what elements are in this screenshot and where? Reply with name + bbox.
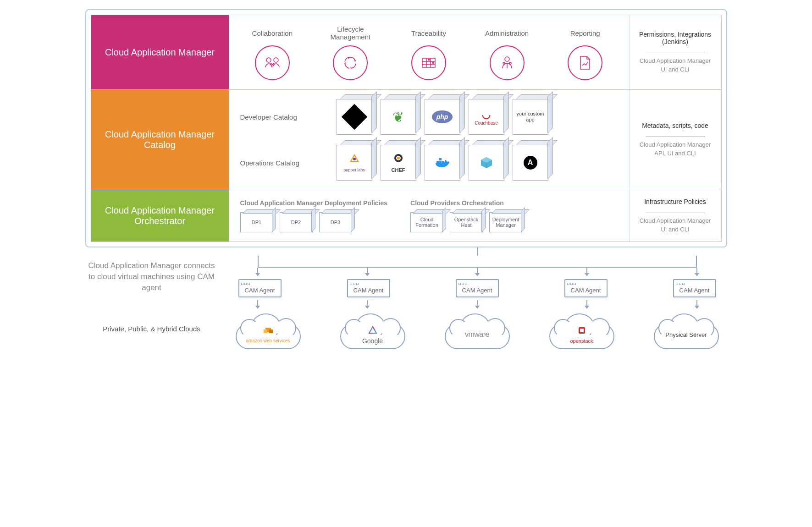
ansible-icon xyxy=(524,156,537,170)
sidebar-title: Infrastructure Policies xyxy=(636,198,714,205)
custom-app-label: your custom app xyxy=(513,109,548,125)
row-orchestrator-content: Cloud Application Manager Deployment Pol… xyxy=(229,190,630,242)
cloud-aws: amazon web services xyxy=(232,312,304,349)
arrow-down-icon xyxy=(255,306,260,309)
provider-box-cloudformation: Cloud Formation xyxy=(410,212,443,232)
svg-marker-28 xyxy=(369,327,376,333)
catalog-box-chef: CHEF xyxy=(381,145,416,181)
operations-catalog-label: Operations Catalog xyxy=(240,159,327,167)
feature-label: Traceability xyxy=(399,24,458,42)
arrow-down-icon xyxy=(585,273,589,276)
cloud-openstack: openstack xyxy=(546,312,618,349)
catalog-box-mongodb: ❦ xyxy=(381,99,416,135)
developer-catalog-row: Developer Catalog ❦ php Couchbase your c… xyxy=(240,99,618,135)
svg-point-19 xyxy=(397,157,400,159)
policy-box-dp1: DP1 xyxy=(240,212,273,232)
agent-to-cloud-arrows xyxy=(255,300,700,309)
connector-up-line xyxy=(477,247,478,256)
policy-box-dp2: DP2 xyxy=(280,212,313,232)
bottom-right: CAM Agent CAM Agent CAM Agent CAM Agent … xyxy=(227,256,727,349)
package-icon xyxy=(479,155,494,170)
arrow-down-icon xyxy=(365,273,370,276)
cam-agent-box: CAM Agent xyxy=(238,279,282,297)
svg-rect-26 xyxy=(269,329,273,333)
catalog-box-docker xyxy=(425,145,460,181)
svg-point-1 xyxy=(274,58,278,62)
developer-catalog-label: Developer Catalog xyxy=(240,113,327,121)
bottom-left: Cloud Application Manager connects to cl… xyxy=(85,256,227,349)
google-icon xyxy=(366,325,379,336)
sidebar-divider xyxy=(646,137,705,137)
cam-agent-box: CAM Agent xyxy=(564,279,608,297)
puppet-icon xyxy=(348,153,361,168)
openstack-icon xyxy=(575,326,588,337)
feature-lifecycle: Lifecycle Management xyxy=(320,24,380,80)
sidebar-divider xyxy=(646,53,705,53)
diagram-root: Cloud Application Manager Collaboration … xyxy=(85,9,727,349)
arrow-down-icon xyxy=(585,306,589,309)
provider-box-heat: Openstack Heat xyxy=(450,212,483,232)
row-catalog-label: Cloud Application Manager Catalog xyxy=(91,90,229,190)
collaboration-icon xyxy=(255,45,290,80)
catalog-box-couchbase: Couchbase xyxy=(469,99,504,135)
couchbase-icon: Couchbase xyxy=(475,109,498,126)
feature-label: Lifecycle Management xyxy=(320,24,380,42)
catalog-box-ansible xyxy=(513,145,548,181)
catalog-box-git xyxy=(337,99,372,135)
cloud-physical-server: Physical Server xyxy=(650,312,723,349)
catalog-box-php: php xyxy=(425,99,460,135)
row-orchestrator-sidebar: Infrastructure Policies Cloud Applicatio… xyxy=(630,190,721,242)
row-cam: Cloud Application Manager Collaboration … xyxy=(91,15,722,90)
sidebar-divider xyxy=(646,213,705,213)
operations-catalog-row: Operations Catalog puppet labs CHEF xyxy=(240,145,618,181)
sidebar-title: Metadata, scripts, code xyxy=(636,122,714,129)
bottom-section: Cloud Application Manager connects to cl… xyxy=(85,256,727,349)
docker-icon xyxy=(434,155,451,170)
providers-orchestration-title: Cloud Providers Orchestration xyxy=(410,199,522,207)
traceability-icon: ×× xyxy=(411,45,446,80)
administration-icon xyxy=(490,45,525,80)
arrow-down-icon xyxy=(695,306,699,309)
chef-icon xyxy=(392,153,405,167)
arrow-down-icon xyxy=(255,273,260,276)
catalog-box-package xyxy=(469,145,504,181)
svg-point-3 xyxy=(273,63,274,64)
agents-row: CAM Agent CAM Agent CAM Agent CAM Agent … xyxy=(238,279,716,297)
row-cam-sidebar: Permissions, Integrations (Jenkins) Clou… xyxy=(630,15,721,89)
deployment-policies-title: Cloud Application Manager Deployment Pol… xyxy=(240,199,388,207)
svg-marker-27 xyxy=(369,327,376,333)
svg-text:×: × xyxy=(428,58,430,61)
row-orchestrator: Cloud Application Manager Orchestrator C… xyxy=(91,190,722,242)
git-icon xyxy=(341,104,367,130)
row-orchestrator-label: Cloud Application Manager Orchestrator xyxy=(91,190,229,242)
sidebar-sub: Cloud Application Manager UI and CLI xyxy=(636,217,714,233)
cam-features: Collaboration Lifecycle Management Trace… xyxy=(240,24,618,80)
sidebar-title: Permissions, Integrations (Jenkins) xyxy=(636,31,714,45)
bottom-left-text: Cloud Application Manager connects to cl… xyxy=(85,260,218,293)
feature-collaboration: Collaboration xyxy=(243,24,302,80)
deployment-policies-group: Cloud Application Manager Deployment Pol… xyxy=(240,199,388,232)
lifecycle-icon xyxy=(333,45,368,80)
svg-rect-20 xyxy=(436,161,439,163)
arrow-down-icon xyxy=(695,273,699,276)
bottom-left-sub: Private, Public, & Hybrid Clouds xyxy=(85,325,218,333)
svg-point-4 xyxy=(271,63,271,64)
vmware-label: vmware xyxy=(465,330,489,339)
svg-point-16 xyxy=(353,158,356,160)
row-catalog-sidebar: Metadata, scripts, code Cloud Applicatio… xyxy=(630,90,721,190)
feature-label: Administration xyxy=(477,24,537,42)
aws-icon xyxy=(262,326,275,337)
sidebar-sub: Cloud Application Manager API, UI and CL… xyxy=(636,141,714,157)
cloud-vmware: vmware xyxy=(441,312,514,349)
connector-bar xyxy=(258,256,697,268)
feature-label: Collaboration xyxy=(243,24,302,42)
row-catalog: Cloud Application Manager Catalog Develo… xyxy=(91,90,722,190)
svg-point-15 xyxy=(509,62,511,64)
row-catalog-content: Developer Catalog ❦ php Couchbase your c… xyxy=(229,90,630,190)
svg-point-14 xyxy=(503,62,505,64)
physical-server-label: Physical Server xyxy=(665,331,707,338)
clouds-row: amazon web services Google vmware openst… xyxy=(232,312,723,349)
connector-down-ticks xyxy=(255,268,700,276)
cloud-google: Google xyxy=(337,312,409,349)
svg-point-2 xyxy=(272,64,273,65)
